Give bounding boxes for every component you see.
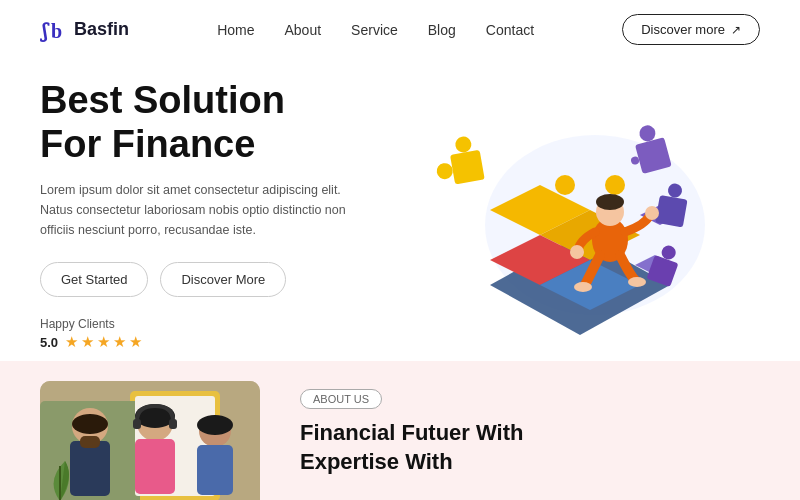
get-started-button[interactable]: Get Started (40, 262, 148, 297)
svg-rect-17 (450, 150, 485, 185)
svg-rect-36 (80, 436, 100, 448)
hero-title-line2: For Finance (40, 123, 255, 165)
svg-point-18 (454, 135, 473, 154)
hero-description: Lorem ipsum dolor sit amet consectetur a… (40, 180, 360, 240)
svg-rect-40 (169, 419, 177, 429)
nav-contact[interactable]: Contact (486, 22, 534, 38)
logo-text: Basfin (74, 19, 129, 40)
hero-buttons: Get Started Discover More (40, 262, 400, 297)
navbar-discover-button[interactable]: Discover more ↗ (622, 14, 760, 45)
svg-point-26 (628, 277, 646, 287)
svg-text:ʃ: ʃ (40, 20, 50, 42)
nav-about[interactable]: About (285, 22, 322, 38)
people-svg (40, 381, 260, 500)
star-5: ★ (129, 333, 142, 351)
star-3: ★ (97, 333, 110, 351)
discover-more-button[interactable]: Discover More (160, 262, 286, 297)
rating-number: 5.0 (40, 335, 58, 350)
svg-point-28 (570, 245, 584, 259)
svg-point-43 (197, 415, 233, 435)
hero-section: Best Solution For Finance Lorem ipsum do… (0, 59, 800, 361)
hero-illustration (400, 85, 760, 345)
svg-rect-35 (70, 441, 110, 496)
rating-row: 5.0 ★ ★ ★ ★ ★ (40, 333, 400, 351)
nav-blog[interactable]: Blog (428, 22, 456, 38)
svg-point-27 (645, 206, 659, 220)
bottom-section: ABOUT US Financial Futuer With Expertise… (0, 361, 800, 500)
hero-title-line1: Best Solution (40, 79, 285, 121)
about-badge: ABOUT US (300, 389, 382, 409)
navbar: ʃ b Basfin Home About Service Blog Conta… (0, 0, 800, 59)
star-2: ★ (81, 333, 94, 351)
svg-rect-44 (197, 445, 233, 495)
bottom-content: ABOUT US Financial Futuer With Expertise… (300, 381, 760, 476)
svg-rect-39 (133, 419, 141, 429)
nav-links: Home About Service Blog Contact (217, 21, 534, 39)
nav-service[interactable]: Service (351, 22, 398, 38)
bottom-title-line2: Expertise With (300, 449, 453, 474)
svg-point-19 (435, 162, 454, 181)
bottom-title-line1: Financial Futuer With (300, 420, 523, 445)
about-image (40, 381, 260, 500)
svg-text:b: b (51, 20, 62, 42)
hero-title: Best Solution For Finance (40, 79, 400, 166)
happy-clients-label: Happy Clients (40, 317, 400, 331)
svg-point-34 (72, 414, 108, 434)
svg-point-9 (605, 175, 625, 195)
svg-point-24 (596, 194, 624, 210)
puzzle-illustration (420, 95, 740, 335)
star-4: ★ (113, 333, 126, 351)
arrow-icon: ↗ (731, 23, 741, 37)
bottom-title: Financial Futuer With Expertise With (300, 419, 760, 476)
svg-point-25 (574, 282, 592, 292)
svg-point-8 (555, 175, 575, 195)
navbar-discover-label: Discover more (641, 22, 725, 37)
happy-clients: Happy Clients 5.0 ★ ★ ★ ★ ★ (40, 317, 400, 351)
logo-icon: ʃ b (40, 16, 68, 44)
logo[interactable]: ʃ b Basfin (40, 16, 129, 44)
svg-rect-41 (135, 439, 175, 494)
hero-left: Best Solution For Finance Lorem ipsum do… (40, 79, 400, 351)
nav-home[interactable]: Home (217, 22, 254, 38)
svg-rect-15 (655, 195, 687, 227)
star-1: ★ (65, 333, 78, 351)
